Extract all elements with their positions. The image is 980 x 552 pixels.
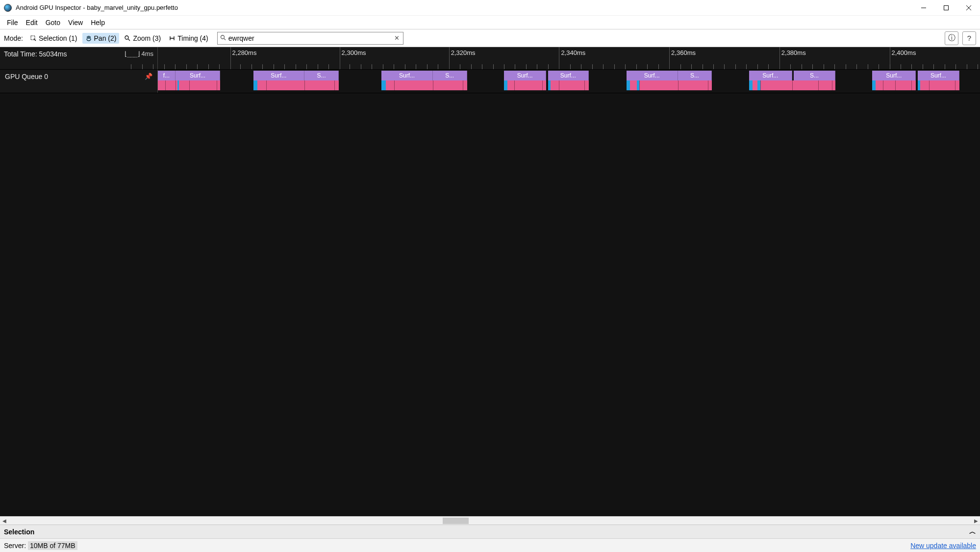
time-ruler[interactable]: Total Time: 5s034ms ⌊___⌋ 4ms 2,280ms2,3… [0,47,980,70]
slice[interactable]: Surf... [176,71,221,80]
track-name: GPU Queue 0 [5,73,48,80]
slice[interactable]: f... [158,71,176,80]
mode-icon [124,35,131,42]
ruler-label: 2,320ms [449,49,476,56]
slice[interactable]: Surf... [381,71,433,80]
svg-rect-0 [944,5,949,10]
slice[interactable]: Surf... [504,71,546,80]
menubar: FileEditGotoViewHelp [0,16,980,29]
app-icon [4,4,12,12]
slice[interactable] [872,80,876,90]
info-button[interactable]: ⓘ [945,31,958,45]
track-row[interactable]: GPU Queue 0 📌 f...Surf...Surf...S...Surf… [0,70,980,93]
timeline-body[interactable] [0,93,980,516]
slice-group[interactable]: Surf...S... [253,71,339,90]
slice-group[interactable]: Surf...S... [381,71,467,90]
ruler-label: 2,400ms [890,49,916,56]
svg-point-2 [125,36,128,39]
slice[interactable]: Surf... [749,71,792,80]
scroll-track[interactable] [8,517,972,525]
total-time-label: Total Time: 5s034ms [4,50,67,58]
mode-zoom-button[interactable]: Zoom (3) [121,33,164,44]
mode-timing-button[interactable]: Timing (4) [166,33,211,44]
slice[interactable]: Surf... [872,71,916,80]
slice[interactable]: Surf... [253,71,305,80]
slice-group[interactable]: f...Surf... [158,71,220,90]
slice[interactable] [548,80,551,90]
minimize-button[interactable] [912,0,935,16]
slice-group[interactable]: Surf...Surf... [504,71,589,90]
menu-view[interactable]: View [64,17,87,28]
mode-icon [169,35,176,42]
mode-toolbar: Mode: Selection (1)Pan (2)Zoom (3)Timing… [0,29,980,47]
ruler-label: 2,360ms [669,49,696,56]
timeline-view[interactable]: Total Time: 5s034ms ⌊___⌋ 4ms 2,280ms2,3… [0,47,980,516]
scroll-right-button[interactable]: ▶ [972,517,980,525]
slice[interactable] [381,80,386,90]
statusbar: Server: 10MB of 77MB New update availabl… [0,538,980,552]
slice[interactable]: Surf... [918,71,959,80]
search-clear-button[interactable]: ✕ [393,34,402,43]
slice-group[interactable]: Surf...Surf... [872,71,959,90]
ruler-label: 2,340ms [559,49,585,56]
mode-pan-button[interactable]: Pan (2) [82,33,120,44]
slice[interactable] [918,80,920,90]
slice[interactable] [504,80,507,90]
mode-selection-button[interactable]: Selection (1) [27,33,80,44]
mode-icon [30,35,37,42]
search-input[interactable] [217,32,403,45]
pin-icon[interactable]: 📌 [145,73,152,80]
slice-group[interactable]: Surf...S... [749,71,835,90]
slice[interactable]: S... [794,71,835,80]
slice[interactable]: Surf... [627,71,678,80]
maximize-button[interactable] [935,0,957,16]
ruler-label: 2,380ms [779,49,806,56]
titlebar: Android GPU Inspector - baby_marvel_unit… [0,0,980,16]
server-memory: 10MB of 77MB [28,541,77,550]
slice[interactable]: S... [678,71,712,80]
server-label: Server: [4,542,26,550]
mode-icon [85,35,92,42]
scale-indicator: ⌊___⌋ 4ms [124,50,153,57]
help-button[interactable]: ? [962,31,976,45]
selection-title: Selection [4,528,34,536]
mode-label: Mode: [4,34,23,42]
slice[interactable]: Surf... [548,71,589,80]
slice[interactable] [918,80,959,90]
scroll-left-button[interactable]: ◀ [0,517,8,525]
slice-group[interactable]: Surf...S... [627,71,712,90]
horizontal-scrollbar[interactable]: ◀ ▶ [0,516,980,525]
slice[interactable]: S... [433,71,467,80]
chevron-up-icon[interactable]: ︿ [969,527,976,536]
menu-help[interactable]: Help [87,17,109,28]
slice[interactable] [177,80,179,90]
slice[interactable] [749,80,753,90]
update-link[interactable]: New update available [910,542,976,550]
slice[interactable] [627,80,630,90]
scroll-thumb[interactable] [443,518,469,524]
selection-panel-header[interactable]: Selection ︿ [0,525,980,538]
slice[interactable] [504,80,546,90]
ruler-label: 2,280ms [230,49,257,56]
menu-goto[interactable]: Goto [42,17,64,28]
slice[interactable] [872,80,916,90]
window-title: Android GPU Inspector - baby_marvel_unit… [16,4,178,11]
slice[interactable]: S... [304,71,339,80]
menu-edit[interactable]: Edit [22,17,42,28]
slice[interactable] [548,80,589,90]
ruler-label: 2,300ms [340,49,366,56]
slice[interactable] [253,80,258,90]
menu-file[interactable]: File [3,17,22,28]
close-button[interactable] [957,0,980,16]
